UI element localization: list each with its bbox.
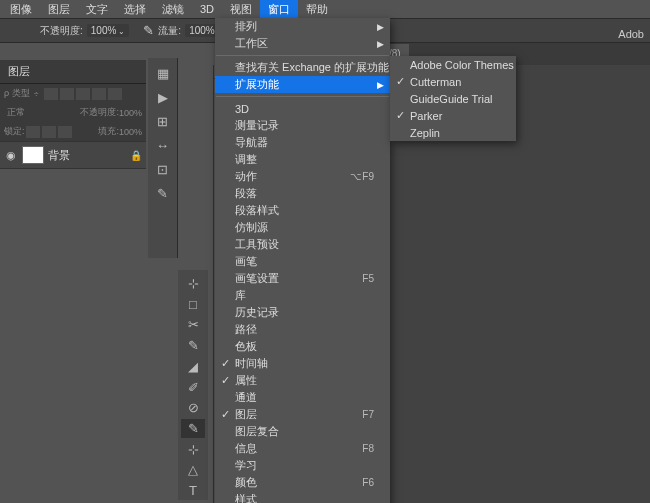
submenuitem-Cutterman[interactable]: ✓Cutterman — [390, 73, 516, 90]
menuitem-色板[interactable]: 色板 — [215, 338, 390, 355]
menuitem-工作区[interactable]: 工作区▶ — [215, 35, 390, 52]
menu-选择[interactable]: 选择 — [116, 0, 154, 19]
submenu-arrow-icon: ▶ — [377, 39, 384, 49]
fill-value[interactable]: 100% — [119, 127, 142, 137]
panel-icon[interactable]: ✎ — [151, 182, 175, 204]
tool-icon[interactable]: ◢ — [181, 357, 205, 376]
lock-all-icon[interactable] — [58, 126, 72, 138]
tool-icon[interactable]: ✂ — [181, 315, 205, 334]
filter-adjust-icon[interactable] — [60, 88, 74, 100]
filter-smart-icon[interactable] — [108, 88, 122, 100]
tool-icon[interactable]: ✎ — [181, 419, 205, 438]
menuitem-label: 仿制源 — [235, 220, 268, 235]
layers-panel-title[interactable]: 图层 — [0, 60, 146, 84]
filter-pixel-icon[interactable] — [44, 88, 58, 100]
submenuitem-Adobe Color Themes[interactable]: Adobe Color Themes — [390, 56, 516, 73]
menuitem-段落样式[interactable]: 段落样式 — [215, 202, 390, 219]
menu-图层[interactable]: 图层 — [40, 0, 78, 19]
menuitem-通道[interactable]: 通道 — [215, 389, 390, 406]
menuitem-图层复合[interactable]: 图层复合 — [215, 423, 390, 440]
menu-窗口[interactable]: 窗口 — [260, 0, 298, 19]
menuitem-3D[interactable]: 3D — [215, 100, 390, 117]
filter-shape-icon[interactable] — [92, 88, 106, 100]
layer-thumbnail[interactable] — [22, 146, 44, 164]
menuitem-路径[interactable]: 路径 — [215, 321, 390, 338]
menuitem-学习[interactable]: 学习 — [215, 457, 390, 474]
menuitem-label: 段落 — [235, 186, 257, 201]
submenuitem-label: GuideGuide Trial — [410, 93, 493, 105]
panel-icon[interactable]: ⊞ — [151, 110, 175, 132]
menu-文字[interactable]: 文字 — [78, 0, 116, 19]
lock-pixels-icon[interactable] — [26, 126, 40, 138]
pressure-icon[interactable]: ✎ — [143, 23, 154, 38]
separator — [216, 55, 389, 56]
lock-icon[interactable]: 🔒 — [130, 150, 142, 161]
submenuitem-Zeplin[interactable]: Zeplin — [390, 124, 516, 141]
check-icon: ✓ — [221, 357, 230, 370]
tool-icon[interactable]: ⊹ — [181, 274, 205, 293]
layer-row-background[interactable]: ◉ 背景 🔒 — [0, 141, 146, 169]
tool-icon[interactable]: ✐ — [181, 378, 205, 397]
opacity-value[interactable]: 100%⌄ — [87, 24, 130, 37]
menuitem-label: 时间轴 — [235, 356, 268, 371]
panel-icon[interactable]: ↔ — [151, 134, 175, 156]
menu-帮助[interactable]: 帮助 — [298, 0, 336, 19]
menuitem-样式[interactable]: 样式 — [215, 491, 390, 503]
menuitem-label: 样式 — [235, 492, 257, 503]
submenuitem-GuideGuide Trial[interactable]: GuideGuide Trial — [390, 90, 516, 107]
menuitem-颜色[interactable]: 颜色F6 — [215, 474, 390, 491]
menuitem-label: 画笔 — [235, 254, 257, 269]
menuitem-label: 3D — [235, 103, 249, 115]
menuitem-画笔[interactable]: 画笔 — [215, 253, 390, 270]
tool-icon[interactable]: ⊘ — [181, 398, 205, 417]
menuitem-属性[interactable]: ✓属性 — [215, 372, 390, 389]
tool-icon[interactable]: □ — [181, 295, 205, 314]
shortcut: F8 — [362, 443, 374, 454]
menuitem-动作[interactable]: 动作⌥F9 — [215, 168, 390, 185]
menuitem-查找有关 Exchange 的扩展功能...[interactable]: 查找有关 Exchange 的扩展功能... — [215, 59, 390, 76]
menu-3D[interactable]: 3D — [192, 1, 222, 17]
menu-图像[interactable]: 图像 — [2, 0, 40, 19]
blend-mode-select[interactable]: 正常 — [4, 106, 28, 119]
menuitem-label: 图层复合 — [235, 424, 279, 439]
layer-opacity-value[interactable]: 100% — [119, 108, 142, 118]
submenuitem-Parker[interactable]: ✓Parker — [390, 107, 516, 124]
menuitem-测量记录[interactable]: 测量记录 — [215, 117, 390, 134]
layer-opacity-label: 不透明度: — [80, 106, 119, 119]
menuitem-label: 段落样式 — [235, 203, 279, 218]
menuitem-label: 学习 — [235, 458, 257, 473]
filter-type-label[interactable]: ρ 类型 — [4, 87, 30, 100]
panel-icon[interactable]: ▶ — [151, 86, 175, 108]
layer-name[interactable]: 背景 — [48, 148, 130, 163]
menuitem-排列[interactable]: 排列▶ — [215, 18, 390, 35]
panel-icon[interactable]: ⊡ — [151, 158, 175, 180]
menu-视图[interactable]: 视图 — [222, 0, 260, 19]
check-icon: ✓ — [221, 374, 230, 387]
menuitem-仿制源[interactable]: 仿制源 — [215, 219, 390, 236]
menuitem-画笔设置[interactable]: 画笔设置F5 — [215, 270, 390, 287]
extensions-submenu: Adobe Color Themes✓CuttermanGuideGuide T… — [390, 56, 516, 141]
tool-icon[interactable]: ⊹ — [181, 440, 205, 459]
menuitem-导航器[interactable]: 导航器 — [215, 134, 390, 151]
menu-滤镜[interactable]: 滤镜 — [154, 0, 192, 19]
lock-position-icon[interactable] — [42, 126, 56, 138]
menuitem-label: 工具预设 — [235, 237, 279, 252]
filter-type-icon[interactable] — [76, 88, 90, 100]
menubar: 图像图层文字选择滤镜3D视图窗口帮助 — [0, 0, 650, 18]
visibility-icon[interactable]: ◉ — [4, 149, 18, 162]
tool-icon[interactable]: T — [181, 481, 205, 500]
menuitem-label: 信息 — [235, 441, 257, 456]
menuitem-库[interactable]: 库 — [215, 287, 390, 304]
menuitem-扩展功能[interactable]: 扩展功能▶ — [215, 76, 390, 93]
panel-icon[interactable]: ▦ — [151, 62, 175, 84]
menuitem-调整[interactable]: 调整 — [215, 151, 390, 168]
menuitem-段落[interactable]: 段落 — [215, 185, 390, 202]
submenu-arrow-icon: ▶ — [377, 22, 384, 32]
menuitem-时间轴[interactable]: ✓时间轴 — [215, 355, 390, 372]
tool-icon[interactable]: △ — [181, 461, 205, 480]
menuitem-信息[interactable]: 信息F8 — [215, 440, 390, 457]
menuitem-工具预设[interactable]: 工具预设 — [215, 236, 390, 253]
tool-icon[interactable]: ✎ — [181, 336, 205, 355]
menuitem-图层[interactable]: ✓图层F7 — [215, 406, 390, 423]
menuitem-历史记录[interactable]: 历史记录 — [215, 304, 390, 321]
